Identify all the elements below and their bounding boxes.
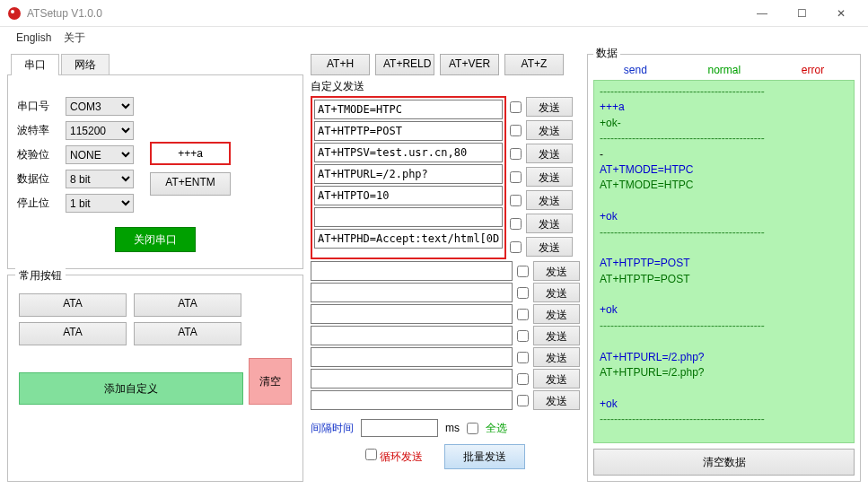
at-h-button[interactable]: AT+H <box>311 54 370 75</box>
at-ver-button[interactable]: AT+VER <box>440 54 499 75</box>
ms-label: ms <box>445 422 460 434</box>
menubar: English 关于 <box>0 27 868 48</box>
ata-button-1[interactable]: ATA <box>19 293 127 317</box>
custom-input-8[interactable] <box>311 283 513 302</box>
window-title: ATSetup V1.0.0 <box>27 7 742 20</box>
send-button-2[interactable]: 发送 <box>526 144 573 163</box>
send-button-8[interactable]: 发送 <box>533 283 580 302</box>
send-button-0[interactable]: 发送 <box>526 97 573 117</box>
loop-checkbox[interactable] <box>365 449 377 460</box>
at-reld-button[interactable]: AT+RELD <box>375 54 434 75</box>
send-button-11[interactable]: 发送 <box>533 347 580 367</box>
ata-button-3[interactable]: ATA <box>19 322 127 345</box>
clear-data-button[interactable]: 清空数据 <box>593 449 855 476</box>
custom-check-5[interactable] <box>510 218 522 230</box>
menu-about[interactable]: 关于 <box>64 31 85 46</box>
custom-check-7[interactable] <box>517 266 529 277</box>
tab-serial[interactable]: 串口 <box>11 54 59 75</box>
label-data: 数据位 <box>17 171 57 187</box>
custom-input-0[interactable] <box>314 100 503 119</box>
select-all-label: 全选 <box>486 421 507 436</box>
send-button-5[interactable]: 发送 <box>526 214 573 233</box>
custom-input-5[interactable] <box>314 207 503 227</box>
app-icon <box>7 6 22 21</box>
label-baud: 波特率 <box>17 123 57 138</box>
at-z-button[interactable]: AT+Z <box>504 54 564 75</box>
custom-input-2[interactable] <box>314 143 503 162</box>
send-button-3[interactable]: 发送 <box>526 167 573 187</box>
interval-input[interactable] <box>361 419 438 437</box>
send-button-7[interactable]: 发送 <box>533 261 580 281</box>
combo-port[interactable]: COM3 <box>66 97 134 116</box>
log-output: ----------------------------------------… <box>593 80 855 443</box>
send-button-13[interactable]: 发送 <box>533 390 580 410</box>
data-legend: 数据 <box>593 46 620 61</box>
custom-input-12[interactable] <box>311 369 513 389</box>
custom-check-10[interactable] <box>517 330 529 342</box>
custom-check-9[interactable] <box>517 309 529 320</box>
combo-parity[interactable]: NONE <box>66 145 134 164</box>
custom-check-1[interactable] <box>510 125 522 136</box>
interval-label: 间隔时间 <box>311 421 354 436</box>
ata-button-2[interactable]: ATA <box>134 293 241 317</box>
custom-check-0[interactable] <box>510 101 522 113</box>
custom-input-9[interactable] <box>311 304 513 324</box>
custom-check-12[interactable] <box>517 373 529 385</box>
custom-send-label: 自定义发送 <box>311 79 580 94</box>
custom-input-1[interactable] <box>314 121 503 141</box>
send-button-10[interactable]: 发送 <box>533 326 580 345</box>
tab-net[interactable]: 网络 <box>61 54 110 75</box>
custom-check-11[interactable] <box>517 352 529 363</box>
send-button-12[interactable]: 发送 <box>533 369 580 389</box>
custom-check-6[interactable] <box>510 241 522 253</box>
custom-check-4[interactable] <box>510 195 522 206</box>
clear-button[interactable]: 清空 <box>249 358 292 405</box>
custom-input-13[interactable] <box>311 390 513 410</box>
loop-label: 循环发送 <box>380 450 423 463</box>
common-legend: 常用按钮 <box>15 268 66 284</box>
send-button-9[interactable]: 发送 <box>533 304 580 324</box>
svg-point-1 <box>11 10 14 13</box>
select-all-checkbox[interactable] <box>467 423 478 434</box>
custom-input-3[interactable] <box>314 164 503 184</box>
plus-a-button[interactable]: +++a <box>150 142 231 165</box>
data-panel: 数据 send normal error -------------------… <box>587 54 861 482</box>
ata-button-4[interactable]: ATA <box>134 322 241 345</box>
menu-english[interactable]: English <box>16 31 51 44</box>
custom-check-8[interactable] <box>517 287 529 299</box>
send-button-4[interactable]: 发送 <box>526 190 573 210</box>
label-parity: 校验位 <box>17 147 57 162</box>
custom-input-4[interactable] <box>314 186 503 205</box>
send-button-6[interactable]: 发送 <box>526 237 573 257</box>
serial-panel: 串口号COM3 波特率115200 校验位NONE 数据位8 bit 停止位1 … <box>7 74 303 269</box>
close-button[interactable]: ✕ <box>821 0 861 27</box>
hdr-normal: normal <box>707 64 741 76</box>
custom-input-7[interactable] <box>311 261 513 281</box>
titlebar: ATSetup V1.0.0 — ☐ ✕ <box>0 0 868 27</box>
add-custom-button[interactable]: 添加自定义 <box>19 372 243 405</box>
common-buttons-group: 常用按钮 ATA ATA ATA ATA 添加自定义 清空 <box>7 275 303 482</box>
hdr-send: send <box>624 64 647 76</box>
label-port: 串口号 <box>17 99 57 114</box>
batch-send-button[interactable]: 批量发送 <box>444 444 525 469</box>
minimize-button[interactable]: — <box>742 0 782 27</box>
label-stop: 停止位 <box>17 196 57 211</box>
custom-check-2[interactable] <box>510 148 522 160</box>
send-button-1[interactable]: 发送 <box>526 120 573 140</box>
custom-input-11[interactable] <box>311 347 513 367</box>
custom-input-10[interactable] <box>311 326 513 345</box>
maximize-button[interactable]: ☐ <box>782 0 821 27</box>
custom-check-3[interactable] <box>510 171 522 183</box>
combo-baud[interactable]: 115200 <box>66 121 134 140</box>
hdr-error: error <box>802 64 824 76</box>
custom-check-13[interactable] <box>517 395 529 406</box>
combo-stop[interactable]: 1 bit <box>66 194 134 213</box>
svg-point-0 <box>8 7 21 20</box>
at-entm-button[interactable]: AT+ENTM <box>150 172 231 196</box>
close-port-button[interactable]: 关闭串口 <box>115 227 196 252</box>
combo-data[interactable]: 8 bit <box>66 170 134 188</box>
custom-input-6[interactable] <box>314 229 503 249</box>
